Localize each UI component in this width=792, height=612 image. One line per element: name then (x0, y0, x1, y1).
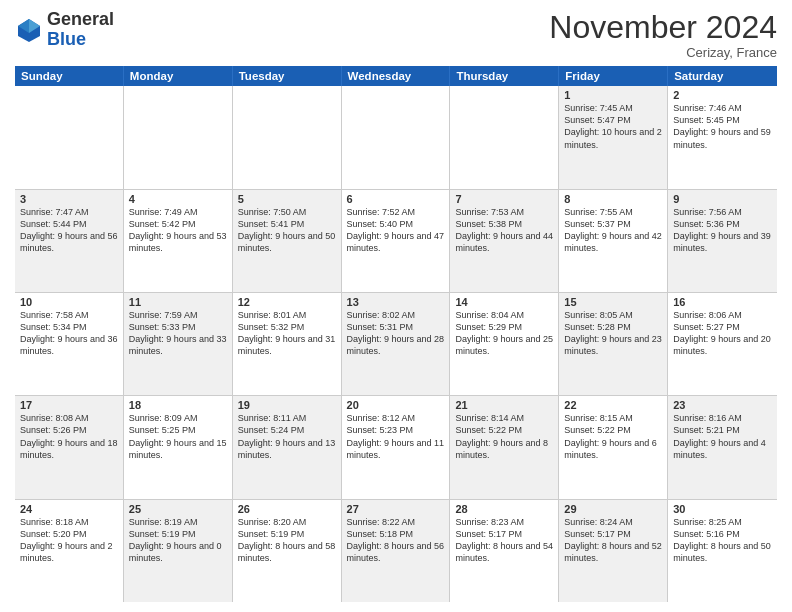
cal-cell: 6Sunrise: 7:52 AM Sunset: 5:40 PM Daylig… (342, 190, 451, 292)
cal-cell: 27Sunrise: 8:22 AM Sunset: 5:18 PM Dayli… (342, 500, 451, 602)
day-number: 11 (129, 296, 227, 308)
cal-cell: 3Sunrise: 7:47 AM Sunset: 5:44 PM Daylig… (15, 190, 124, 292)
day-info: Sunrise: 7:47 AM Sunset: 5:44 PM Dayligh… (20, 206, 118, 255)
calendar-body: 1Sunrise: 7:45 AM Sunset: 5:47 PM Daylig… (15, 86, 777, 602)
calendar-header: SundayMondayTuesdayWednesdayThursdayFrid… (15, 66, 777, 86)
cal-cell: 18Sunrise: 8:09 AM Sunset: 5:25 PM Dayli… (124, 396, 233, 498)
cal-cell: 25Sunrise: 8:19 AM Sunset: 5:19 PM Dayli… (124, 500, 233, 602)
cal-cell (450, 86, 559, 188)
cal-cell: 24Sunrise: 8:18 AM Sunset: 5:20 PM Dayli… (15, 500, 124, 602)
cal-cell: 21Sunrise: 8:14 AM Sunset: 5:22 PM Dayli… (450, 396, 559, 498)
cal-cell: 5Sunrise: 7:50 AM Sunset: 5:41 PM Daylig… (233, 190, 342, 292)
day-info: Sunrise: 8:08 AM Sunset: 5:26 PM Dayligh… (20, 412, 118, 461)
day-number: 4 (129, 193, 227, 205)
day-number: 17 (20, 399, 118, 411)
day-number: 8 (564, 193, 662, 205)
day-number: 15 (564, 296, 662, 308)
day-info: Sunrise: 8:20 AM Sunset: 5:19 PM Dayligh… (238, 516, 336, 565)
day-info: Sunrise: 7:59 AM Sunset: 5:33 PM Dayligh… (129, 309, 227, 358)
logo-icon (15, 16, 43, 44)
day-info: Sunrise: 7:56 AM Sunset: 5:36 PM Dayligh… (673, 206, 772, 255)
cal-cell: 8Sunrise: 7:55 AM Sunset: 5:37 PM Daylig… (559, 190, 668, 292)
cal-cell: 23Sunrise: 8:16 AM Sunset: 5:21 PM Dayli… (668, 396, 777, 498)
day-number: 30 (673, 503, 772, 515)
cal-cell: 4Sunrise: 7:49 AM Sunset: 5:42 PM Daylig… (124, 190, 233, 292)
header-day-tuesday: Tuesday (233, 66, 342, 86)
cal-cell: 22Sunrise: 8:15 AM Sunset: 5:22 PM Dayli… (559, 396, 668, 498)
day-number: 5 (238, 193, 336, 205)
cal-cell: 12Sunrise: 8:01 AM Sunset: 5:32 PM Dayli… (233, 293, 342, 395)
cal-cell: 15Sunrise: 8:05 AM Sunset: 5:28 PM Dayli… (559, 293, 668, 395)
day-info: Sunrise: 8:04 AM Sunset: 5:29 PM Dayligh… (455, 309, 553, 358)
week-row-0: 1Sunrise: 7:45 AM Sunset: 5:47 PM Daylig… (15, 86, 777, 189)
day-number: 20 (347, 399, 445, 411)
day-number: 25 (129, 503, 227, 515)
month-title: November 2024 (549, 10, 777, 45)
logo-line1: General (47, 10, 114, 30)
day-number: 10 (20, 296, 118, 308)
day-info: Sunrise: 7:45 AM Sunset: 5:47 PM Dayligh… (564, 102, 662, 151)
cal-cell (124, 86, 233, 188)
week-row-3: 17Sunrise: 8:08 AM Sunset: 5:26 PM Dayli… (15, 396, 777, 499)
cal-cell: 2Sunrise: 7:46 AM Sunset: 5:45 PM Daylig… (668, 86, 777, 188)
day-number: 26 (238, 503, 336, 515)
location: Cerizay, France (549, 45, 777, 60)
logo: General Blue (15, 10, 114, 50)
cal-cell: 29Sunrise: 8:24 AM Sunset: 5:17 PM Dayli… (559, 500, 668, 602)
week-row-4: 24Sunrise: 8:18 AM Sunset: 5:20 PM Dayli… (15, 500, 777, 602)
cal-cell: 13Sunrise: 8:02 AM Sunset: 5:31 PM Dayli… (342, 293, 451, 395)
cal-cell: 7Sunrise: 7:53 AM Sunset: 5:38 PM Daylig… (450, 190, 559, 292)
day-info: Sunrise: 8:14 AM Sunset: 5:22 PM Dayligh… (455, 412, 553, 461)
logo-line2: Blue (47, 30, 114, 50)
cal-cell: 14Sunrise: 8:04 AM Sunset: 5:29 PM Dayli… (450, 293, 559, 395)
title-block: November 2024 Cerizay, France (549, 10, 777, 60)
cal-cell: 26Sunrise: 8:20 AM Sunset: 5:19 PM Dayli… (233, 500, 342, 602)
day-number: 29 (564, 503, 662, 515)
day-number: 13 (347, 296, 445, 308)
day-number: 6 (347, 193, 445, 205)
cal-cell (15, 86, 124, 188)
day-number: 1 (564, 89, 662, 101)
day-info: Sunrise: 8:12 AM Sunset: 5:23 PM Dayligh… (347, 412, 445, 461)
day-info: Sunrise: 7:58 AM Sunset: 5:34 PM Dayligh… (20, 309, 118, 358)
header-day-wednesday: Wednesday (342, 66, 451, 86)
day-number: 3 (20, 193, 118, 205)
cal-cell: 20Sunrise: 8:12 AM Sunset: 5:23 PM Dayli… (342, 396, 451, 498)
cal-cell: 19Sunrise: 8:11 AM Sunset: 5:24 PM Dayli… (233, 396, 342, 498)
day-number: 9 (673, 193, 772, 205)
day-number: 27 (347, 503, 445, 515)
day-number: 7 (455, 193, 553, 205)
day-info: Sunrise: 8:15 AM Sunset: 5:22 PM Dayligh… (564, 412, 662, 461)
cal-cell: 30Sunrise: 8:25 AM Sunset: 5:16 PM Dayli… (668, 500, 777, 602)
header-day-sunday: Sunday (15, 66, 124, 86)
day-info: Sunrise: 8:23 AM Sunset: 5:17 PM Dayligh… (455, 516, 553, 565)
day-info: Sunrise: 8:25 AM Sunset: 5:16 PM Dayligh… (673, 516, 772, 565)
day-info: Sunrise: 8:05 AM Sunset: 5:28 PM Dayligh… (564, 309, 662, 358)
day-info: Sunrise: 8:24 AM Sunset: 5:17 PM Dayligh… (564, 516, 662, 565)
cal-cell: 16Sunrise: 8:06 AM Sunset: 5:27 PM Dayli… (668, 293, 777, 395)
day-info: Sunrise: 8:22 AM Sunset: 5:18 PM Dayligh… (347, 516, 445, 565)
day-info: Sunrise: 7:55 AM Sunset: 5:37 PM Dayligh… (564, 206, 662, 255)
day-number: 28 (455, 503, 553, 515)
day-info: Sunrise: 8:16 AM Sunset: 5:21 PM Dayligh… (673, 412, 772, 461)
cal-cell: 9Sunrise: 7:56 AM Sunset: 5:36 PM Daylig… (668, 190, 777, 292)
cal-cell (233, 86, 342, 188)
day-number: 19 (238, 399, 336, 411)
day-info: Sunrise: 8:09 AM Sunset: 5:25 PM Dayligh… (129, 412, 227, 461)
day-info: Sunrise: 8:19 AM Sunset: 5:19 PM Dayligh… (129, 516, 227, 565)
week-row-2: 10Sunrise: 7:58 AM Sunset: 5:34 PM Dayli… (15, 293, 777, 396)
header-day-monday: Monday (124, 66, 233, 86)
week-row-1: 3Sunrise: 7:47 AM Sunset: 5:44 PM Daylig… (15, 190, 777, 293)
cal-cell: 10Sunrise: 7:58 AM Sunset: 5:34 PM Dayli… (15, 293, 124, 395)
header: General Blue November 2024 Cerizay, Fran… (15, 10, 777, 60)
day-info: Sunrise: 7:50 AM Sunset: 5:41 PM Dayligh… (238, 206, 336, 255)
day-number: 2 (673, 89, 772, 101)
day-info: Sunrise: 7:53 AM Sunset: 5:38 PM Dayligh… (455, 206, 553, 255)
cal-cell: 1Sunrise: 7:45 AM Sunset: 5:47 PM Daylig… (559, 86, 668, 188)
day-number: 14 (455, 296, 553, 308)
day-number: 21 (455, 399, 553, 411)
day-info: Sunrise: 8:06 AM Sunset: 5:27 PM Dayligh… (673, 309, 772, 358)
header-day-thursday: Thursday (450, 66, 559, 86)
calendar: SundayMondayTuesdayWednesdayThursdayFrid… (15, 66, 777, 602)
cal-cell: 28Sunrise: 8:23 AM Sunset: 5:17 PM Dayli… (450, 500, 559, 602)
